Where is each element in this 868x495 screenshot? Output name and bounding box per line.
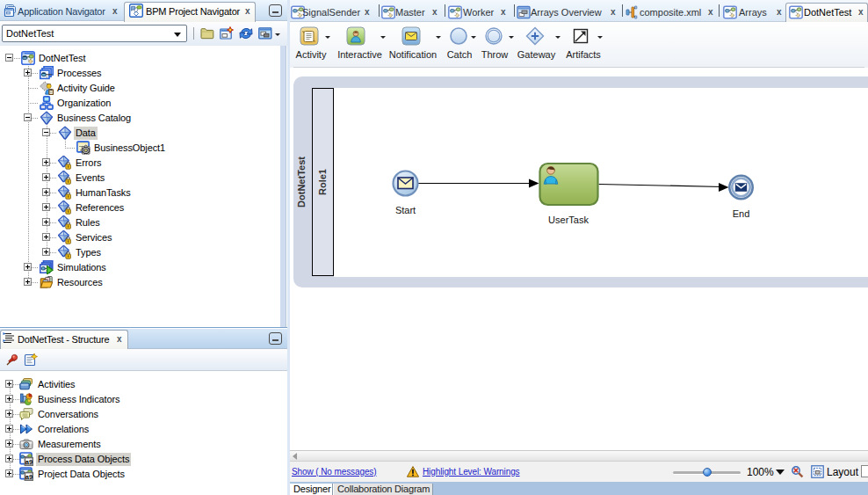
svg-text:DotNetTest: DotNetTest: [296, 157, 307, 207]
svg-text:End: End: [733, 208, 750, 219]
svg-text:UserTask: UserTask: [548, 215, 589, 225]
svg-text:Start: Start: [395, 205, 416, 215]
svg-text:Role1: Role1: [317, 169, 328, 195]
